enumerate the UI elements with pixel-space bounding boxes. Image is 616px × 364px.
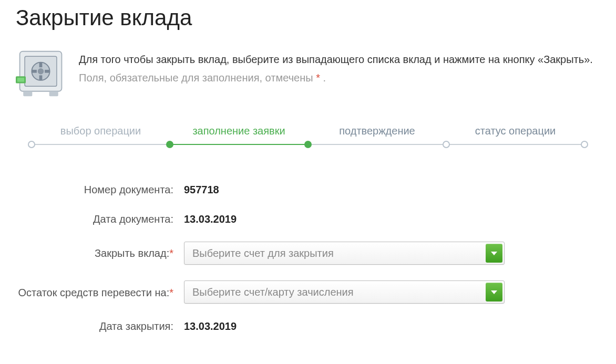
progress-step-fill-form: заполнение заявки [170, 125, 308, 143]
svg-rect-5 [39, 75, 43, 80]
label-doc-date: Дата документа: [16, 212, 184, 226]
svg-rect-9 [17, 78, 24, 82]
form-row-close-deposit: Закрыть вклад:* Выберите счет для закрыт… [16, 242, 600, 265]
value-close-date: 13.03.2019 [184, 320, 237, 332]
progress-step-status: статус операции [446, 125, 584, 143]
chevron-down-icon[interactable] [486, 244, 502, 263]
select-transfer-to[interactable]: Выберите счет/карту зачисления [184, 280, 505, 304]
step-dot-icon [443, 141, 450, 148]
progress-step-select-operation: выбор операции [32, 125, 170, 143]
svg-rect-10 [23, 91, 32, 97]
svg-rect-4 [39, 63, 43, 67]
intro-text: Для того чтобы закрыть вклад, выберите и… [79, 49, 593, 86]
intro-block: Для того чтобы закрыть вклад, выберите и… [16, 49, 600, 99]
svg-rect-11 [49, 91, 58, 97]
progress-step-confirm: подтверждение [308, 125, 446, 143]
form-row-doc-number: Номер документа: 957718 [16, 183, 600, 196]
label-doc-number: Номер документа: [16, 183, 184, 196]
required-star-icon: * [169, 247, 173, 259]
form-row-transfer-to: Остаток средств перевести на:* Выберите … [16, 280, 600, 304]
select-close-deposit[interactable]: Выберите счет для закрытия [184, 242, 505, 265]
svg-point-3 [38, 68, 44, 74]
required-star-icon: * [169, 287, 173, 298]
intro-note-text: Поля, обязательные для заполнения, отмеч… [79, 70, 593, 86]
svg-rect-6 [32, 70, 37, 73]
svg-rect-7 [45, 70, 50, 73]
form-row-close-date: Дата закрытия: 13.03.2019 [16, 319, 600, 333]
step-dot-icon [166, 141, 173, 148]
page-title: Закрытие вклада [16, 5, 600, 30]
chevron-down-icon[interactable] [486, 283, 502, 301]
progress-bar: выбор операции заполнение заявки подтвер… [32, 125, 584, 151]
step-dot-icon [304, 141, 312, 148]
intro-main-text: Для того чтобы закрыть вклад, выберите и… [79, 51, 593, 67]
form-row-doc-date: Дата документа: 13.03.2019 [16, 212, 600, 226]
label-close-date: Дата закрытия: [16, 319, 184, 333]
step-dot-icon [581, 141, 588, 148]
label-close-deposit: Закрыть вклад:* [16, 246, 184, 260]
value-doc-date: 13.03.2019 [184, 213, 237, 225]
select-placeholder: Выберите счет/карту зачисления [192, 286, 354, 298]
required-star-icon: * [316, 72, 320, 84]
safe-icon [16, 49, 66, 99]
label-transfer-to: Остаток средств перевести на:* [16, 280, 184, 299]
select-placeholder: Выберите счет для закрытия [192, 247, 334, 259]
step-dot-icon [28, 141, 35, 148]
value-doc-number: 957718 [184, 184, 219, 196]
